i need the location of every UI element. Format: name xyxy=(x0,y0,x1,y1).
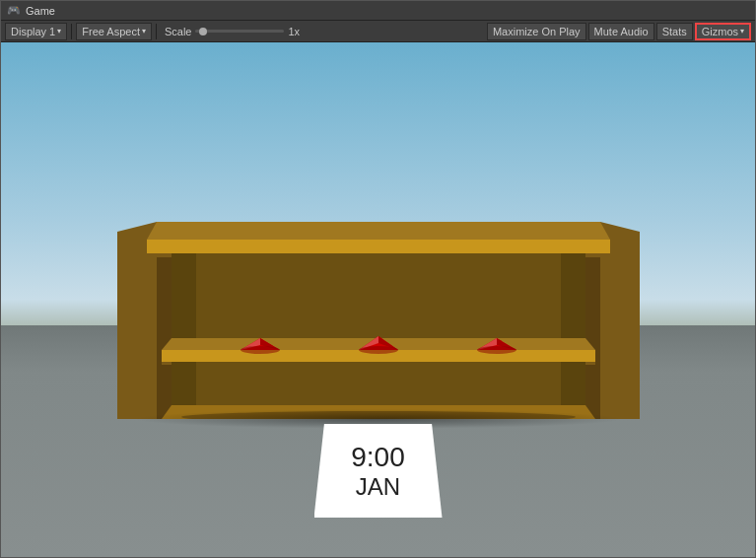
svg-point-30 xyxy=(477,346,516,354)
game-window: 🎮 Game Display 1 ▾ Free Aspect ▾ Scale 1… xyxy=(0,0,756,558)
scale-container: Scale 1x xyxy=(161,26,304,37)
scale-slider-thumb xyxy=(199,28,207,35)
toolbar-divider-2 xyxy=(156,24,157,39)
gizmos-arrow: ▾ xyxy=(740,27,744,35)
display-arrow: ▾ xyxy=(57,27,61,35)
month-display: JAN xyxy=(356,473,400,501)
scale-slider[interactable] xyxy=(195,30,284,33)
aspect-arrow: ▾ xyxy=(142,27,146,35)
aspect-selector[interactable]: Free Aspect ▾ xyxy=(76,23,152,40)
maximize-label: Maximize On Play xyxy=(493,26,581,37)
mute-audio-button[interactable]: Mute Audio xyxy=(588,23,654,40)
gizmos-button[interactable]: Gizmos ▾ xyxy=(695,23,751,40)
aspect-label: Free Aspect xyxy=(82,26,140,37)
display-label: Display 1 xyxy=(11,26,55,37)
toolbar: Display 1 ▾ Free Aspect ▾ Scale 1x Maxim… xyxy=(1,21,755,42)
stats-label: Stats xyxy=(662,26,687,37)
svg-marker-15 xyxy=(172,253,196,338)
svg-marker-5 xyxy=(147,222,610,240)
stats-button[interactable]: Stats xyxy=(656,23,693,40)
mute-label: Mute Audio xyxy=(594,26,649,37)
window-title: Game xyxy=(26,5,55,17)
shelf-unit xyxy=(117,222,640,419)
svg-rect-14 xyxy=(172,362,585,405)
display-selector[interactable]: Display 1 ▾ xyxy=(5,23,67,40)
toolbar-divider-1 xyxy=(71,24,72,39)
time-card: 9:00 JAN xyxy=(314,424,443,518)
svg-marker-18 xyxy=(561,362,585,405)
gizmos-label: Gizmos xyxy=(702,26,738,37)
svg-rect-13 xyxy=(172,253,585,338)
svg-point-22 xyxy=(241,346,280,354)
svg-marker-17 xyxy=(172,362,196,405)
scale-value: 1x xyxy=(288,26,300,37)
time-display: 9:00 xyxy=(351,442,405,473)
window-icon: 🎮 xyxy=(7,4,21,17)
svg-rect-6 xyxy=(147,240,610,253)
scale-prefix: Scale xyxy=(165,26,192,37)
game-viewport: 9:00 JAN xyxy=(1,42,755,557)
svg-point-26 xyxy=(359,346,398,354)
title-bar: 🎮 Game xyxy=(1,1,755,21)
svg-marker-16 xyxy=(561,253,585,338)
maximize-on-play-button[interactable]: Maximize On Play xyxy=(487,23,586,40)
